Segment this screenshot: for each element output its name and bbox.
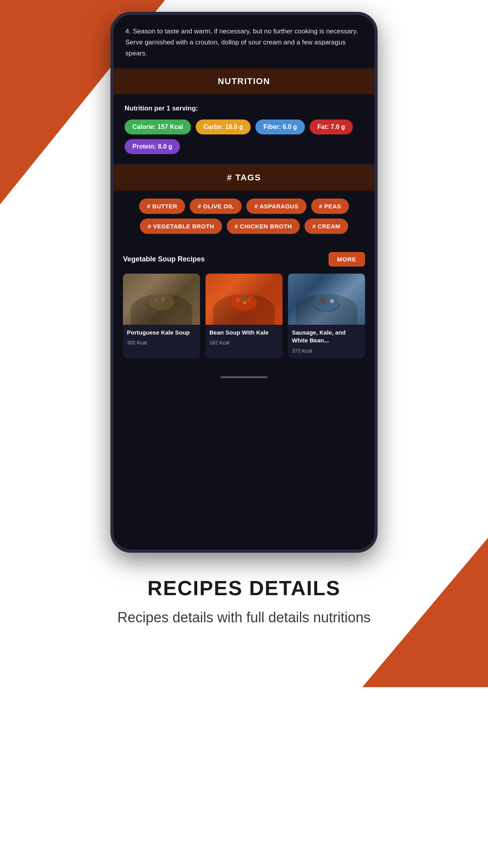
nutrition-header-title: NUTRITION: [218, 76, 270, 86]
instruction-text: 4. Season to taste and warm, if necessar…: [125, 26, 363, 59]
recipe-cards-container: Portuguese Kale Soup 302 Kcal: [123, 274, 365, 359]
svg-point-14: [325, 297, 329, 301]
nav-indicator: [220, 376, 268, 378]
recipe-card-body-portuguese: Portuguese Kale Soup 302 Kcal: [123, 325, 200, 350]
recipe-image-bean: [205, 274, 283, 325]
tag-asparagus[interactable]: # ASPARAGUS: [246, 199, 306, 214]
recipe-calories-sausage: 373 Kcal: [292, 348, 361, 354]
more-button[interactable]: MORE: [328, 252, 365, 267]
svg-point-10: [243, 301, 246, 304]
tags-header: # TAGS: [114, 165, 374, 191]
nutrition-section: Nutrition per 1 serving: Calorie: 157 Kc…: [114, 94, 374, 164]
recipe-calories-portuguese: 302 Kcal: [127, 340, 196, 346]
fiber-badge: Fiber: 6.0 g: [255, 120, 305, 134]
recipe-card-body-bean: Bean Soup With Kale 182 Kcal: [205, 325, 283, 350]
tags-section: # BUTTER # OLIVE OIL # ASPARAGUS # PEAS …: [114, 191, 374, 245]
phone-content: 4. Season to taste and warm, if necessar…: [114, 15, 374, 550]
svg-point-8: [241, 296, 246, 301]
bottom-label-section: RECIPES DETAILS Recipes details with ful…: [0, 553, 488, 659]
bottom-label-title: RECIPES DETAILS: [31, 576, 457, 600]
tag-peas[interactable]: # PEAS: [311, 199, 349, 214]
recipe-card-portuguese[interactable]: Portuguese Kale Soup 302 Kcal: [123, 274, 200, 359]
tag-butter[interactable]: # BUTTER: [139, 199, 185, 214]
fat-badge: Fat: 7.0 g: [310, 120, 353, 134]
svg-point-3: [161, 297, 165, 301]
svg-point-15: [330, 299, 334, 303]
svg-point-1: [149, 293, 174, 311]
tag-olive-oil[interactable]: # OLIVE OIL: [190, 199, 242, 214]
tag-chicken-broth[interactable]: # CHICKEN BROTH: [227, 219, 300, 234]
svg-point-16: [322, 301, 327, 304]
tags-header-title: # TAGS: [227, 173, 261, 182]
related-title: Vegetable Soup Recipes: [123, 255, 205, 263]
recipe-card-bean[interactable]: Bean Soup With Kale 182 Kcal: [205, 274, 283, 359]
recipe-name-bean: Bean Soup With Kale: [209, 329, 279, 337]
nutrition-header: NUTRITION: [114, 68, 374, 94]
recipe-name-sausage: Sausage, Kale, and White Bean...: [292, 329, 361, 345]
phone-wrapper: 4. Season to taste and warm, if necessar…: [0, 0, 488, 553]
recipe-image-portuguese: [123, 274, 200, 325]
svg-point-2: [154, 298, 159, 303]
tag-vegetable-broth[interactable]: # VEGETABLE BROTH: [140, 219, 222, 234]
recipe-name-portuguese: Portuguese Kale Soup: [127, 329, 196, 337]
tags-container: # BUTTER # OLIVE OIL # ASPARAGUS # PEAS …: [125, 199, 363, 234]
protein-badge: Protein: 8.0 g: [125, 139, 180, 154]
svg-point-4: [166, 300, 169, 303]
nav-bar: [114, 370, 374, 384]
bottom-label-subtitle: Recipes details with full details nutrit…: [31, 608, 457, 627]
phone-frame: 4. Season to taste and warm, if necessar…: [110, 12, 378, 553]
nutrition-badges: Calorie: 157 Kcal Carbs: 18.0 g Fiber: 6…: [125, 120, 363, 154]
svg-point-9: [247, 298, 251, 302]
recipe-card-body-sausage: Sausage, Kale, and White Bean... 373 Kca…: [288, 325, 365, 359]
tag-cream[interactable]: # CREAM: [305, 219, 348, 234]
instruction-section: 4. Season to taste and warm, if necessar…: [114, 15, 374, 68]
carbs-badge: Carbs: 18.0 g: [196, 120, 251, 134]
recipe-card-sausage[interactable]: Sausage, Kale, and White Bean... 373 Kca…: [288, 274, 365, 359]
nutrition-per-serving-label: Nutrition per 1 serving:: [125, 105, 363, 112]
svg-point-7: [236, 298, 240, 302]
calorie-badge: Calorie: 157 Kcal: [125, 120, 191, 134]
recipe-image-sausage: [288, 274, 365, 325]
related-recipes-section: Vegetable Soup Recipes MORE: [114, 245, 374, 370]
related-header: Vegetable Soup Recipes MORE: [123, 252, 365, 267]
recipe-calories-bean: 182 Kcal: [209, 340, 279, 346]
